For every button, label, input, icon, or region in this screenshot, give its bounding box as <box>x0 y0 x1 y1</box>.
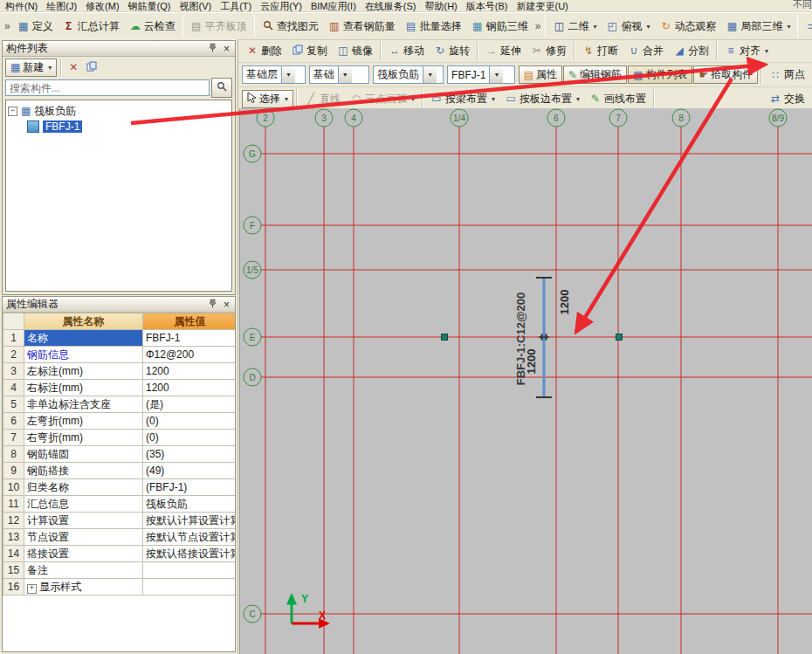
property-name[interactable]: 右标注(mm) <box>24 380 143 396</box>
draw-line-place-button[interactable]: ✎画线布置 <box>585 89 650 109</box>
property-name[interactable]: 右弯折(mm) <box>24 430 143 446</box>
batch-select-button[interactable]: ▤ 批量选择 <box>401 17 466 37</box>
property-name[interactable]: 汇总信息 <box>24 496 143 513</box>
property-value[interactable]: FBFJ-1 <box>143 330 236 347</box>
property-value[interactable]: (49) <box>143 463 236 479</box>
menu-cloud-apps[interactable]: 云应用(Y) <box>260 1 302 11</box>
summary-calc-button[interactable]: Σ 汇总计算 <box>58 17 124 37</box>
top-view-button[interactable]: ◰ 俯视 <box>602 17 654 37</box>
property-name[interactable]: 计算设置 <box>24 513 143 529</box>
delete-button[interactable]: ✕删除 <box>242 41 286 61</box>
view-rebar-qty-button[interactable]: ▥ 查看钢筋量 <box>324 17 400 37</box>
property-value[interactable] <box>143 579 236 595</box>
cloud-check-button[interactable]: ☁ 云检查 <box>125 17 180 37</box>
menu-online-service[interactable]: 在线服务(S) <box>365 1 416 11</box>
property-value[interactable]: 筏板负筋 <box>143 496 236 513</box>
tree-collapse-icon[interactable]: − <box>8 107 17 116</box>
merge-button[interactable]: ∪合并 <box>623 41 668 61</box>
select-button[interactable]: 选择 <box>242 90 293 108</box>
component-list-button[interactable]: ▦构件列表 <box>628 65 692 84</box>
local-3d-button[interactable]: ▦ 局部三维 <box>721 17 795 37</box>
offset-button[interactable]: ⇉ 偏移 <box>801 17 812 37</box>
edit-rebar-button[interactable]: ✎编辑钢筋 <box>563 65 627 84</box>
property-value[interactable]: (0) <box>143 430 236 446</box>
component-list-titlebar[interactable]: 构件列表 × <box>3 41 235 57</box>
new-component-button[interactable]: ▦ 新建 <box>5 59 57 77</box>
property-value[interactable]: (35) <box>143 446 236 463</box>
chevron-down-icon[interactable]: ▼ <box>338 66 352 83</box>
property-name[interactable]: 备注 <box>24 562 143 579</box>
rebar-3d-button[interactable]: ▦ 钢筋三维 <box>467 17 533 37</box>
menu-bim-apps[interactable]: BIM应用(I) <box>311 1 356 11</box>
menu-draw[interactable]: 绘图(J) <box>46 1 77 11</box>
pick-component-button[interactable]: ☛拾取构件 <box>693 65 758 84</box>
property-name[interactable]: 非单边标注含支座 <box>24 396 143 413</box>
menu-help[interactable]: 帮助(H) <box>425 1 458 11</box>
place-by-slab-edge-button[interactable]: ▭按板边布置 <box>500 89 584 109</box>
property-name[interactable]: 左标注(mm) <box>24 363 143 380</box>
expand-icon[interactable]: + <box>27 584 37 594</box>
floor-select[interactable]: 基础层▼ <box>242 65 306 84</box>
rotate-button[interactable]: ↻旋转 <box>430 41 474 61</box>
property-name[interactable]: + 显示样式 <box>24 579 143 595</box>
property-value[interactable]: (FBFJ-1) <box>143 479 236 496</box>
split-button[interactable]: ◢分割 <box>669 41 713 61</box>
find-element-button[interactable]: 查找图元 <box>258 17 323 37</box>
menu-new-change[interactable]: 新建变更(U) <box>516 1 568 11</box>
pin-icon[interactable] <box>209 299 217 311</box>
category-select[interactable]: 基础▼ <box>309 65 369 84</box>
property-value[interactable]: 1200 <box>143 363 236 380</box>
toolbar-overflow-icon[interactable]: » <box>533 20 543 32</box>
property-editor-titlebar[interactable]: 属性编辑器 × <box>3 297 235 313</box>
move-button[interactable]: ↔移动 <box>384 41 429 61</box>
property-value[interactable]: 按默认搭接设置计算 <box>143 546 236 562</box>
search-input[interactable] <box>5 79 210 96</box>
delete-component-button[interactable]: ✕ <box>65 59 81 76</box>
property-value[interactable]: (是) <box>143 396 236 413</box>
component-name-select[interactable]: FBFJ-1▼ <box>447 65 515 84</box>
two-point-button[interactable]: ∷两点 <box>765 65 809 85</box>
flush-slab-top-button[interactable]: ▤ 平齐板顶 <box>186 17 251 37</box>
place-by-beam-button[interactable]: ▭按梁布置 <box>426 89 499 109</box>
property-value[interactable]: 按默认计算设置计算 <box>143 513 236 529</box>
extend-button[interactable]: →延伸 <box>481 41 526 61</box>
menu-tools[interactable]: 工具(T) <box>220 1 251 11</box>
search-button[interactable] <box>211 78 232 98</box>
close-icon[interactable]: × <box>222 300 231 309</box>
chevron-down-icon[interactable]: ▼ <box>281 66 295 83</box>
define-button[interactable]: ▦ 定义 <box>13 17 58 37</box>
property-name[interactable]: 钢筋信息 <box>24 347 143 363</box>
view-2d-button[interactable]: ◫ 二维 <box>548 17 601 37</box>
line-button[interactable]: ╱直线 <box>300 89 345 109</box>
tree-item-fbfj-1[interactable]: FBFJ-1 <box>8 119 230 134</box>
copy-button[interactable]: 复制 <box>287 41 332 61</box>
property-value[interactable]: 按默认节点设置计算 <box>143 529 236 546</box>
property-name[interactable]: 钢筋锚固 <box>24 446 143 463</box>
property-name[interactable]: 左弯折(mm) <box>24 413 143 430</box>
properties-button[interactable]: ▤属性 <box>519 65 562 84</box>
selection-grip[interactable] <box>616 334 623 341</box>
property-name[interactable]: 归类名称 <box>24 479 143 496</box>
drawing-canvas[interactable]: 23 41/4 67 88/9 GF 1/5E DC <box>239 108 812 654</box>
property-name[interactable]: 搭接设置 <box>24 546 143 562</box>
property-name[interactable]: 名称 <box>24 330 143 347</box>
property-value[interactable]: 1200 <box>143 380 236 396</box>
property-name[interactable]: 钢筋搭接 <box>24 463 143 479</box>
orbit-button[interactable]: ↻ 动态观察 <box>655 17 720 37</box>
mirror-button[interactable]: ◫镜像 <box>333 41 377 61</box>
copy-component-button[interactable] <box>83 59 100 77</box>
menu-rebar-qty[interactable]: 钢筋量(Q) <box>128 1 171 11</box>
property-value[interactable]: (0) <box>143 413 236 430</box>
pin-icon[interactable] <box>209 43 217 55</box>
menu-view[interactable]: 视图(V) <box>180 1 212 11</box>
menu-version[interactable]: 版本号(B) <box>466 1 508 11</box>
chevron-down-icon[interactable]: ▼ <box>489 66 503 83</box>
three-point-arc-button[interactable]: ◠三点画弧 <box>346 89 419 109</box>
property-value[interactable]: Φ12@200 <box>143 347 236 363</box>
toolbar-overflow-icon[interactable]: » <box>3 20 12 32</box>
selection-grip[interactable] <box>442 334 448 341</box>
component-type-select[interactable]: 筏板负筋▼ <box>373 65 444 84</box>
trim-button[interactable]: ✂修剪 <box>526 41 571 61</box>
tree-group-raft-slab-rebar[interactable]: − ▦ 筏板负筋 <box>8 103 230 119</box>
chevron-down-icon[interactable]: ▼ <box>423 66 437 83</box>
